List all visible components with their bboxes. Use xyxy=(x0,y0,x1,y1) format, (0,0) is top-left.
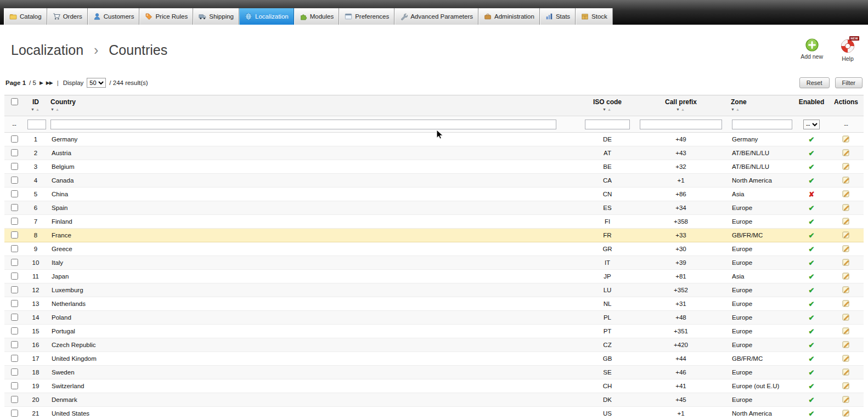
row-checkbox[interactable] xyxy=(11,259,18,266)
enabled-check-icon[interactable]: ✔ xyxy=(809,231,815,240)
sort-arrows-iso[interactable]: ▼▲ xyxy=(584,107,631,111)
edit-icon[interactable] xyxy=(842,148,850,157)
display-count-select[interactable]: 50 xyxy=(87,78,106,88)
nav-tab-advanced-parameters[interactable]: Advanced Parameters xyxy=(394,8,478,25)
nav-tab-shipping[interactable]: Shipping xyxy=(193,8,239,25)
nav-tab-administration[interactable]: Administration xyxy=(478,8,540,25)
edit-icon[interactable] xyxy=(842,340,850,349)
edit-icon[interactable] xyxy=(842,408,850,417)
edit-icon[interactable] xyxy=(842,258,850,266)
edit-icon[interactable] xyxy=(842,203,850,212)
nav-tab-catalog[interactable]: Catalog xyxy=(4,8,47,25)
enabled-check-icon[interactable]: ✔ xyxy=(809,149,815,157)
help-button[interactable]: NEW Help xyxy=(839,38,856,62)
enabled-check-icon[interactable]: ✔ xyxy=(809,286,815,294)
header-country[interactable]: Country xyxy=(50,98,76,106)
nav-tab-localization[interactable]: Localization xyxy=(239,8,294,25)
header-call-prefix[interactable]: Call prefix xyxy=(665,98,697,106)
reset-button[interactable]: Reset xyxy=(799,77,830,88)
last-page-icon[interactable]: ▶▶ xyxy=(46,80,53,86)
enabled-check-icon[interactable]: ✔ xyxy=(809,368,815,377)
next-page-icon[interactable]: ▶ xyxy=(40,80,43,86)
enabled-check-icon[interactable]: ✔ xyxy=(809,218,815,226)
edit-icon[interactable] xyxy=(842,271,850,280)
row-checkbox[interactable] xyxy=(11,368,18,376)
enabled-check-icon[interactable]: ✔ xyxy=(809,355,815,363)
row-checkbox[interactable] xyxy=(11,286,18,293)
row-checkbox[interactable] xyxy=(11,231,18,239)
enabled-check-icon[interactable]: ✔ xyxy=(809,396,815,404)
row-checkbox[interactable] xyxy=(11,314,18,321)
call-prefix-filter-input[interactable] xyxy=(640,120,722,129)
add-new-button[interactable]: Add new xyxy=(801,38,823,62)
enabled-check-icon[interactable]: ✔ xyxy=(809,163,815,171)
country-filter-input[interactable] xyxy=(50,120,556,129)
nav-tab-customers[interactable]: Customers xyxy=(88,8,140,25)
enabled-check-icon[interactable]: ✔ xyxy=(809,314,815,322)
row-checkbox[interactable] xyxy=(11,190,18,197)
filter-button[interactable]: Filter xyxy=(835,77,863,88)
row-checkbox[interactable] xyxy=(11,245,18,252)
enabled-filter-select[interactable]: -- xyxy=(803,120,820,129)
enabled-check-icon[interactable]: ✔ xyxy=(809,300,815,308)
select-all-checkbox[interactable] xyxy=(11,98,18,105)
nav-tab-orders[interactable]: Orders xyxy=(47,8,88,25)
enabled-check-icon[interactable]: ✔ xyxy=(809,135,815,144)
row-checkbox[interactable] xyxy=(11,410,18,417)
edit-icon[interactable] xyxy=(842,326,850,335)
row-checkbox[interactable] xyxy=(11,218,18,225)
nav-tab-stock[interactable]: Stock xyxy=(576,8,613,25)
edit-icon[interactable] xyxy=(842,299,850,308)
row-checkbox[interactable] xyxy=(11,149,18,156)
disabled-cross-icon[interactable]: ✘ xyxy=(809,190,815,198)
edit-icon[interactable] xyxy=(842,134,850,143)
zone-filter-input[interactable] xyxy=(732,120,792,129)
edit-icon[interactable] xyxy=(842,354,850,362)
row-checkbox[interactable] xyxy=(11,300,18,307)
row-checkbox[interactable] xyxy=(11,355,18,362)
row-checkbox[interactable] xyxy=(11,163,18,170)
breadcrumb-section[interactable]: Localization xyxy=(11,42,83,58)
row-checkbox[interactable] xyxy=(11,177,18,184)
row-checkbox[interactable] xyxy=(11,135,18,143)
row-checkbox[interactable] xyxy=(11,327,18,334)
edit-icon[interactable] xyxy=(842,285,850,294)
edit-icon[interactable] xyxy=(842,230,850,239)
iso-filter-input[interactable] xyxy=(585,120,630,129)
nav-tab-stats[interactable]: Stats xyxy=(540,8,576,25)
id-filter-input[interactable] xyxy=(27,120,46,129)
edit-icon[interactable] xyxy=(842,189,850,198)
enabled-check-icon[interactable]: ✔ xyxy=(809,341,815,349)
row-checkbox[interactable] xyxy=(11,273,18,280)
edit-icon[interactable] xyxy=(842,244,850,253)
sort-arrows-zone[interactable]: ▼▲ xyxy=(731,107,791,111)
header-id[interactable]: ID xyxy=(32,98,39,106)
enabled-check-icon[interactable]: ✔ xyxy=(809,259,815,267)
enabled-check-icon[interactable]: ✔ xyxy=(809,327,815,336)
sort-arrows-prefix[interactable]: ▼▲ xyxy=(638,107,724,111)
edit-icon[interactable] xyxy=(842,313,850,321)
row-checkbox[interactable] xyxy=(11,341,18,348)
header-zone[interactable]: Zone xyxy=(731,98,747,106)
enabled-check-icon[interactable]: ✔ xyxy=(809,273,815,281)
enabled-check-icon[interactable]: ✔ xyxy=(809,410,815,418)
nav-tab-modules[interactable]: Modules xyxy=(294,8,339,25)
sort-arrows-country[interactable]: ▼▲ xyxy=(50,107,577,111)
edit-icon[interactable] xyxy=(842,395,850,404)
enabled-check-icon[interactable]: ✔ xyxy=(809,204,815,212)
enabled-check-icon[interactable]: ✔ xyxy=(809,245,815,253)
row-checkbox[interactable] xyxy=(11,396,18,403)
edit-icon[interactable] xyxy=(842,162,850,171)
edit-icon[interactable] xyxy=(842,367,850,376)
enabled-check-icon[interactable]: ✔ xyxy=(809,382,815,390)
edit-icon[interactable] xyxy=(842,381,850,390)
enabled-check-icon[interactable]: ✔ xyxy=(809,177,815,185)
edit-icon[interactable] xyxy=(842,175,850,184)
nav-tab-price-rules[interactable]: Price Rules xyxy=(139,8,193,25)
row-checkbox[interactable] xyxy=(11,204,18,211)
header-iso-code[interactable]: ISO code xyxy=(593,98,622,106)
nav-tab-preferences[interactable]: Preferences xyxy=(339,8,394,25)
edit-icon[interactable] xyxy=(842,217,850,225)
sort-arrows-id[interactable]: ▼▲ xyxy=(27,107,44,111)
row-checkbox[interactable] xyxy=(11,382,18,389)
